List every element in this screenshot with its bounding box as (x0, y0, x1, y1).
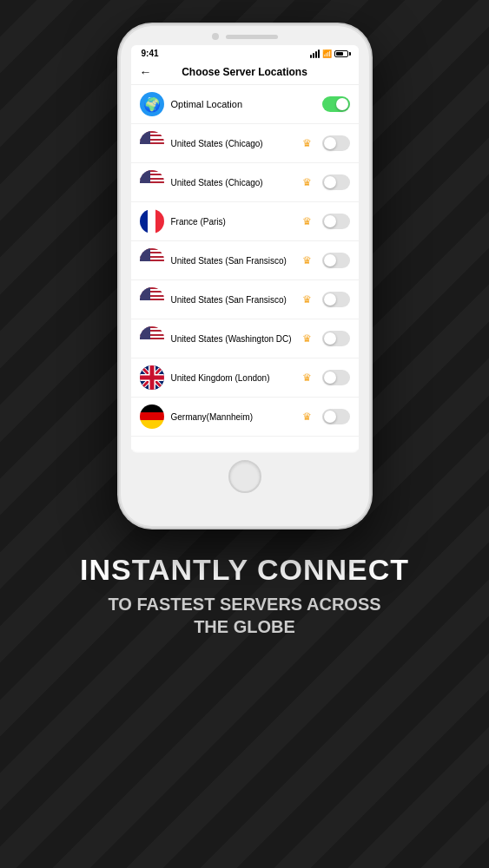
signal-bar-1 (310, 55, 312, 58)
location-toggle[interactable] (322, 370, 350, 385)
crown-icon: ♛ (302, 332, 312, 345)
flag-fr (140, 209, 164, 233)
list-item[interactable]: United States (San Fransisco) ♛ (131, 241, 359, 280)
location-name: United States (Chicago) (171, 178, 295, 187)
signal-bar-4 (318, 49, 320, 58)
flag-us (140, 287, 164, 312)
optimal-toggle[interactable] (322, 96, 350, 112)
location-toggle[interactable] (322, 331, 350, 346)
crown-icon: ♛ (302, 411, 312, 423)
list-item[interactable]: United States (Chicago) ♛ (131, 163, 359, 202)
signal-bar-3 (315, 51, 317, 58)
signal-bars-icon (310, 49, 320, 58)
phone-screen: 9:41 📶 ← Choose Server L (131, 45, 359, 453)
crown-icon: ♛ (302, 254, 312, 266)
bottom-headline: INSTANTLY CONNECT (80, 554, 409, 586)
phone-device: 9:41 📶 ← Choose Server L (119, 24, 371, 528)
flag-de (140, 404, 164, 429)
crown-icon: ♛ (302, 372, 312, 384)
location-name: Germany(Mannheim) (171, 412, 295, 422)
bottom-text-section: INSTANTLY CONNECT TO FASTEST SERVERS ACR… (54, 554, 435, 638)
flag-us (140, 131, 164, 155)
battery-icon (334, 50, 348, 57)
phone-top-bar (119, 24, 371, 40)
location-name: United States (San Fransisco) (171, 256, 295, 266)
list-item[interactable]: France (Paris) ♛ (131, 202, 359, 241)
location-name: United States (Chicago) (171, 139, 295, 148)
bottom-subtext: TO FASTEST SERVERS ACROSS THE GLOBE (80, 593, 409, 638)
optimal-location-label: Optimal Location (171, 99, 315, 109)
crown-icon: ♛ (302, 293, 312, 306)
list-item[interactable]: United Kingdom (London) ♛ (131, 358, 359, 398)
flag-us (140, 326, 164, 351)
globe-icon: 🌍 (140, 92, 164, 116)
phone-home-button[interactable] (228, 460, 261, 493)
location-name: United Kingdom (London) (171, 373, 295, 383)
wifi-icon: 📶 (322, 49, 332, 58)
status-time: 9:41 (142, 49, 159, 58)
location-toggle[interactable] (322, 292, 350, 307)
flag-uk (140, 365, 164, 390)
optimal-location-row[interactable]: 🌍 Optimal Location (131, 85, 359, 124)
crown-icon: ♛ (302, 215, 312, 227)
signal-bar-2 (313, 53, 314, 58)
list-item[interactable]: United States (Chicago) ♛ (131, 124, 359, 163)
bottom-subtext-line1: TO FASTEST SERVERS ACROSS (108, 595, 380, 614)
list-item[interactable]: United States (San Fransisco) ♛ (131, 280, 359, 319)
status-bar: 9:41 📶 (131, 45, 359, 60)
flag-us (140, 170, 164, 194)
back-button[interactable]: ← (140, 65, 152, 79)
location-name: United States (Washington DC) (171, 334, 295, 344)
location-toggle[interactable] (322, 409, 350, 424)
battery-fill (336, 52, 343, 56)
status-icons: 📶 (310, 49, 348, 58)
crown-icon: ♛ (302, 176, 312, 188)
location-list: 🌍 Optimal Location United States (Chicag… (131, 85, 359, 450)
page-container: 9:41 📶 ← Choose Server L (0, 0, 489, 868)
location-toggle[interactable] (322, 135, 350, 151)
bottom-subtext-line2: THE GLOBE (194, 617, 295, 636)
phone-camera (212, 33, 219, 40)
phone-speaker (226, 35, 278, 39)
location-name: United States (San Fransisco) (171, 295, 295, 305)
flag-us (140, 248, 164, 273)
list-item[interactable]: United States (Washington DC) ♛ (131, 319, 359, 358)
location-name: France (Paris) (171, 217, 295, 227)
list-item[interactable]: Germany(Mannheim) ♛ (131, 398, 359, 437)
location-toggle[interactable] (322, 253, 350, 268)
screen-title: Choose Server Locations (157, 66, 333, 78)
toggle-knob (336, 98, 348, 110)
crown-icon: ♛ (302, 137, 312, 149)
location-toggle[interactable] (322, 214, 350, 229)
location-toggle[interactable] (322, 174, 350, 190)
app-header: ← Choose Server Locations (131, 60, 359, 85)
